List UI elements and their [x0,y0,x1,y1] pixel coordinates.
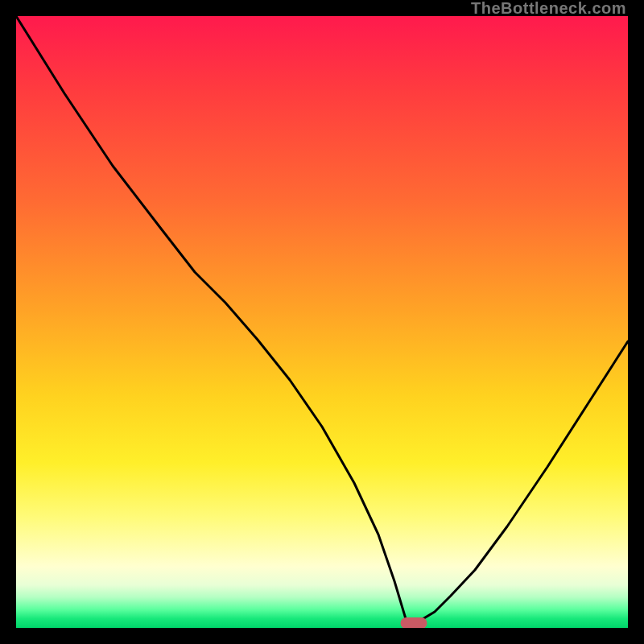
plot-area [16,16,628,628]
bottleneck-curve [16,16,628,628]
optimal-point-marker [401,617,427,628]
chart-frame: TheBottleneck.com [0,0,644,644]
watermark-text: TheBottleneck.com [471,0,626,16]
